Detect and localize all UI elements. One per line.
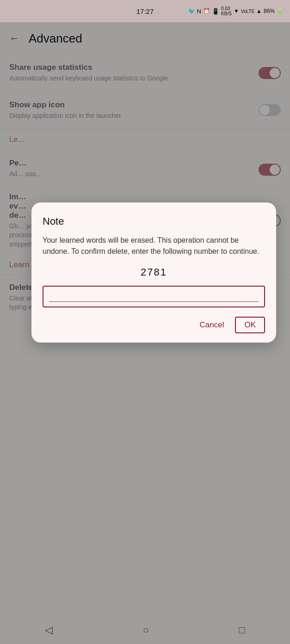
dialog-input-wrapper	[43, 286, 265, 307]
main-content: ← Advanced Share usage statistics Automa…	[0, 22, 290, 644]
nfc-icon: N	[197, 8, 201, 15]
alarm-icon: ⏰	[203, 8, 210, 14]
dialog-body: Your learned words will be erased. This …	[43, 235, 265, 257]
twitter-icon: 🐦	[188, 8, 195, 14]
ok-button[interactable]: OK	[235, 317, 265, 333]
status-icons: 🐦 N ⏰ 📳 0.03KB/S ▼ VoLTE ▲ 86% 🔋	[188, 6, 284, 16]
battery-icon: 🔋	[277, 8, 284, 14]
note-dialog: Note Your learned words will be erased. …	[31, 202, 276, 343]
lte-icon: VoLTE	[241, 9, 254, 14]
dialog-title: Note	[43, 215, 265, 227]
wifi-icon: ▼	[234, 8, 239, 14]
signal-icon: ▲	[256, 8, 262, 14]
dialog-code: 2781	[43, 266, 265, 278]
battery-level: 86%	[264, 8, 275, 14]
vibrate-icon: 📳	[212, 8, 219, 15]
cancel-button[interactable]: Cancel	[196, 317, 228, 333]
status-time: 17:27	[136, 7, 154, 15]
status-bar: 17:27 🐦 N ⏰ 📳 0.03KB/S ▼ VoLTE ▲ 86% 🔋	[0, 0, 290, 22]
dialog-buttons: Cancel OK	[43, 317, 265, 333]
data-speed: 0.03KB/S	[221, 6, 232, 16]
dialog-input[interactable]	[49, 291, 259, 302]
